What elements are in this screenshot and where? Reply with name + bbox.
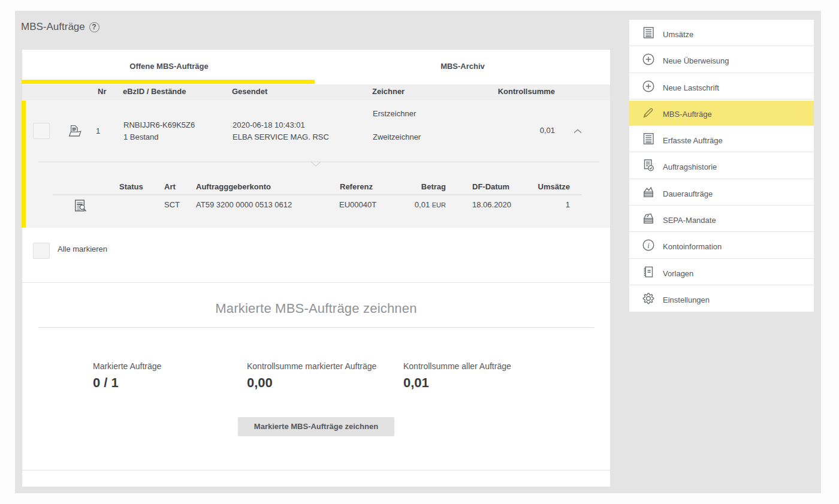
svg-text:i: i [647, 242, 650, 250]
